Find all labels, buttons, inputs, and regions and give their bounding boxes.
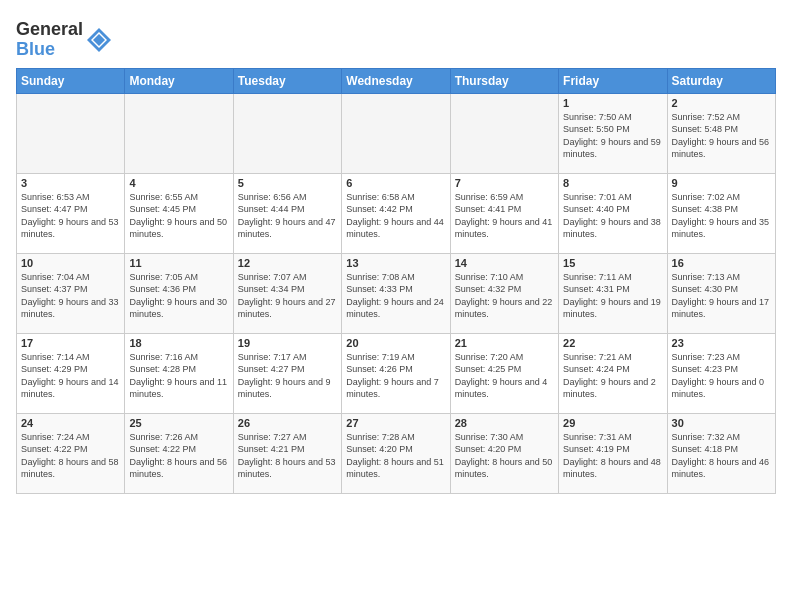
day-number: 23	[672, 337, 771, 349]
day-info: Sunrise: 7:10 AM Sunset: 4:32 PM Dayligh…	[455, 271, 554, 321]
calendar-week-3: 10Sunrise: 7:04 AM Sunset: 4:37 PM Dayli…	[17, 253, 776, 333]
calendar-cell: 25Sunrise: 7:26 AM Sunset: 4:22 PM Dayli…	[125, 413, 233, 493]
calendar-cell: 22Sunrise: 7:21 AM Sunset: 4:24 PM Dayli…	[559, 333, 667, 413]
calendar-cell: 30Sunrise: 7:32 AM Sunset: 4:18 PM Dayli…	[667, 413, 775, 493]
day-number: 11	[129, 257, 228, 269]
day-info: Sunrise: 6:58 AM Sunset: 4:42 PM Dayligh…	[346, 191, 445, 241]
day-info: Sunrise: 7:21 AM Sunset: 4:24 PM Dayligh…	[563, 351, 662, 401]
logo-icon	[85, 26, 113, 54]
day-number: 25	[129, 417, 228, 429]
calendar-cell: 19Sunrise: 7:17 AM Sunset: 4:27 PM Dayli…	[233, 333, 341, 413]
day-number: 19	[238, 337, 337, 349]
day-info: Sunrise: 7:26 AM Sunset: 4:22 PM Dayligh…	[129, 431, 228, 481]
day-number: 15	[563, 257, 662, 269]
day-number: 1	[563, 97, 662, 109]
day-info: Sunrise: 7:23 AM Sunset: 4:23 PM Dayligh…	[672, 351, 771, 401]
logo: General Blue	[16, 20, 115, 60]
day-info: Sunrise: 7:02 AM Sunset: 4:38 PM Dayligh…	[672, 191, 771, 241]
day-number: 22	[563, 337, 662, 349]
calendar-week-2: 3Sunrise: 6:53 AM Sunset: 4:47 PM Daylig…	[17, 173, 776, 253]
calendar-cell: 5Sunrise: 6:56 AM Sunset: 4:44 PM Daylig…	[233, 173, 341, 253]
page-header: General Blue	[16, 16, 776, 60]
day-info: Sunrise: 7:52 AM Sunset: 5:48 PM Dayligh…	[672, 111, 771, 161]
day-info: Sunrise: 7:27 AM Sunset: 4:21 PM Dayligh…	[238, 431, 337, 481]
calendar-cell: 10Sunrise: 7:04 AM Sunset: 4:37 PM Dayli…	[17, 253, 125, 333]
calendar-cell: 8Sunrise: 7:01 AM Sunset: 4:40 PM Daylig…	[559, 173, 667, 253]
day-info: Sunrise: 6:53 AM Sunset: 4:47 PM Dayligh…	[21, 191, 120, 241]
day-info: Sunrise: 7:17 AM Sunset: 4:27 PM Dayligh…	[238, 351, 337, 401]
day-number: 30	[672, 417, 771, 429]
day-info: Sunrise: 7:24 AM Sunset: 4:22 PM Dayligh…	[21, 431, 120, 481]
day-number: 10	[21, 257, 120, 269]
calendar-cell	[17, 93, 125, 173]
day-info: Sunrise: 6:56 AM Sunset: 4:44 PM Dayligh…	[238, 191, 337, 241]
day-number: 7	[455, 177, 554, 189]
calendar-cell: 14Sunrise: 7:10 AM Sunset: 4:32 PM Dayli…	[450, 253, 558, 333]
day-header-friday: Friday	[559, 68, 667, 93]
calendar-cell: 27Sunrise: 7:28 AM Sunset: 4:20 PM Dayli…	[342, 413, 450, 493]
calendar-cell: 7Sunrise: 6:59 AM Sunset: 4:41 PM Daylig…	[450, 173, 558, 253]
day-header-monday: Monday	[125, 68, 233, 93]
calendar-cell: 13Sunrise: 7:08 AM Sunset: 4:33 PM Dayli…	[342, 253, 450, 333]
calendar-cell: 17Sunrise: 7:14 AM Sunset: 4:29 PM Dayli…	[17, 333, 125, 413]
day-info: Sunrise: 7:11 AM Sunset: 4:31 PM Dayligh…	[563, 271, 662, 321]
day-header-saturday: Saturday	[667, 68, 775, 93]
day-number: 14	[455, 257, 554, 269]
day-info: Sunrise: 7:50 AM Sunset: 5:50 PM Dayligh…	[563, 111, 662, 161]
day-number: 9	[672, 177, 771, 189]
day-info: Sunrise: 6:59 AM Sunset: 4:41 PM Dayligh…	[455, 191, 554, 241]
calendar-cell: 26Sunrise: 7:27 AM Sunset: 4:21 PM Dayli…	[233, 413, 341, 493]
logo-text: General Blue	[16, 20, 83, 60]
calendar-cell	[450, 93, 558, 173]
calendar-cell: 11Sunrise: 7:05 AM Sunset: 4:36 PM Dayli…	[125, 253, 233, 333]
day-info: Sunrise: 7:20 AM Sunset: 4:25 PM Dayligh…	[455, 351, 554, 401]
day-header-thursday: Thursday	[450, 68, 558, 93]
calendar-cell: 1Sunrise: 7:50 AM Sunset: 5:50 PM Daylig…	[559, 93, 667, 173]
day-info: Sunrise: 7:08 AM Sunset: 4:33 PM Dayligh…	[346, 271, 445, 321]
calendar-cell: 21Sunrise: 7:20 AM Sunset: 4:25 PM Dayli…	[450, 333, 558, 413]
day-info: Sunrise: 7:31 AM Sunset: 4:19 PM Dayligh…	[563, 431, 662, 481]
calendar-cell	[233, 93, 341, 173]
calendar-cell: 28Sunrise: 7:30 AM Sunset: 4:20 PM Dayli…	[450, 413, 558, 493]
day-info: Sunrise: 7:30 AM Sunset: 4:20 PM Dayligh…	[455, 431, 554, 481]
calendar-cell: 16Sunrise: 7:13 AM Sunset: 4:30 PM Dayli…	[667, 253, 775, 333]
day-info: Sunrise: 7:28 AM Sunset: 4:20 PM Dayligh…	[346, 431, 445, 481]
day-number: 17	[21, 337, 120, 349]
calendar-cell: 15Sunrise: 7:11 AM Sunset: 4:31 PM Dayli…	[559, 253, 667, 333]
day-number: 3	[21, 177, 120, 189]
calendar-cell: 3Sunrise: 6:53 AM Sunset: 4:47 PM Daylig…	[17, 173, 125, 253]
calendar-cell: 4Sunrise: 6:55 AM Sunset: 4:45 PM Daylig…	[125, 173, 233, 253]
day-number: 27	[346, 417, 445, 429]
day-number: 26	[238, 417, 337, 429]
day-header-sunday: Sunday	[17, 68, 125, 93]
calendar-table: SundayMondayTuesdayWednesdayThursdayFrid…	[16, 68, 776, 494]
calendar-cell	[125, 93, 233, 173]
calendar-week-1: 1Sunrise: 7:50 AM Sunset: 5:50 PM Daylig…	[17, 93, 776, 173]
day-number: 21	[455, 337, 554, 349]
day-number: 13	[346, 257, 445, 269]
day-header-wednesday: Wednesday	[342, 68, 450, 93]
calendar-cell: 23Sunrise: 7:23 AM Sunset: 4:23 PM Dayli…	[667, 333, 775, 413]
day-info: Sunrise: 7:19 AM Sunset: 4:26 PM Dayligh…	[346, 351, 445, 401]
calendar-cell: 12Sunrise: 7:07 AM Sunset: 4:34 PM Dayli…	[233, 253, 341, 333]
day-header-tuesday: Tuesday	[233, 68, 341, 93]
day-number: 4	[129, 177, 228, 189]
day-number: 24	[21, 417, 120, 429]
calendar-cell: 20Sunrise: 7:19 AM Sunset: 4:26 PM Dayli…	[342, 333, 450, 413]
day-info: Sunrise: 7:05 AM Sunset: 4:36 PM Dayligh…	[129, 271, 228, 321]
day-number: 18	[129, 337, 228, 349]
day-info: Sunrise: 6:55 AM Sunset: 4:45 PM Dayligh…	[129, 191, 228, 241]
calendar-week-4: 17Sunrise: 7:14 AM Sunset: 4:29 PM Dayli…	[17, 333, 776, 413]
day-number: 8	[563, 177, 662, 189]
day-number: 12	[238, 257, 337, 269]
day-info: Sunrise: 7:16 AM Sunset: 4:28 PM Dayligh…	[129, 351, 228, 401]
day-number: 6	[346, 177, 445, 189]
day-number: 29	[563, 417, 662, 429]
day-number: 2	[672, 97, 771, 109]
calendar-cell: 29Sunrise: 7:31 AM Sunset: 4:19 PM Dayli…	[559, 413, 667, 493]
calendar-cell: 9Sunrise: 7:02 AM Sunset: 4:38 PM Daylig…	[667, 173, 775, 253]
day-number: 5	[238, 177, 337, 189]
day-info: Sunrise: 7:14 AM Sunset: 4:29 PM Dayligh…	[21, 351, 120, 401]
calendar-cell	[342, 93, 450, 173]
calendar-cell: 2Sunrise: 7:52 AM Sunset: 5:48 PM Daylig…	[667, 93, 775, 173]
